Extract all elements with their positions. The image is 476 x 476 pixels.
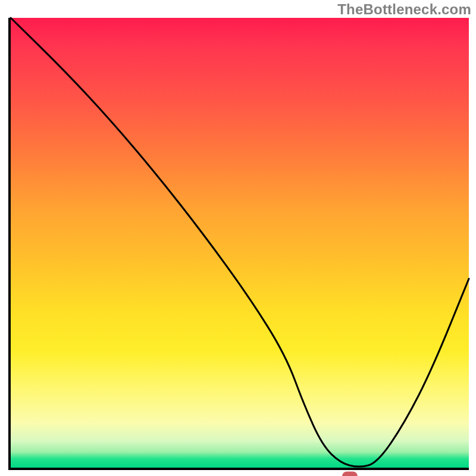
- optimal-point-marker: [342, 471, 358, 476]
- bottleneck-chart: TheBottleneck.com: [0, 0, 476, 476]
- bottleneck-curve-path: [11, 18, 469, 466]
- curve-svg: [11, 18, 469, 468]
- watermark-text: TheBottleneck.com: [337, 1, 471, 18]
- plot-area: [8, 18, 469, 470]
